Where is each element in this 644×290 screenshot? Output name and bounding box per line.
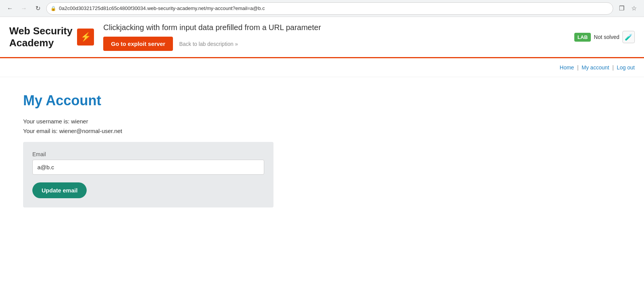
logo-line1: Web Security	[9, 25, 72, 37]
lab-status-text: Not solved	[594, 34, 619, 40]
exploit-server-button[interactable]: Go to exploit server	[103, 37, 173, 51]
lab-title: Clickjacking with form input data prefil…	[103, 23, 565, 32]
username-text: Your username is: wiener	[23, 118, 621, 125]
logo-text: Web Security Academy ⚡	[9, 25, 94, 49]
email-form-box: Email Update email	[23, 142, 273, 207]
email-text: Your email is: wiener@normal-user.net	[23, 128, 621, 134]
nav-separator-1: |	[577, 64, 579, 71]
flask-button[interactable]: 🧪	[622, 31, 635, 43]
browser-actions: ❐ ☆	[616, 3, 639, 14]
log-out-nav-link[interactable]: Log out	[617, 64, 635, 71]
header: Web Security Academy ⚡ Clickjacking with…	[0, 17, 644, 58]
nav-bar: Home | My account | Log out	[0, 58, 644, 77]
nav-separator-2: |	[612, 64, 614, 71]
lab-actions: Go to exploit server Back to lab descrip…	[103, 37, 565, 51]
page-content: Home | My account | Log out My Account Y…	[0, 58, 644, 223]
bookmark-button[interactable]: ☆	[629, 3, 639, 14]
forward-button[interactable]: →	[18, 3, 29, 14]
logo-line2: Academy	[9, 37, 72, 49]
address-bar[interactable]: 🔒 0a2c00d30321725d81c65c4800f30034.web-s…	[46, 2, 613, 15]
lab-info: Clickjacking with form input data prefil…	[103, 23, 565, 51]
lock-icon: 🔒	[50, 6, 56, 11]
logo-icon: ⚡	[77, 29, 94, 46]
back-button[interactable]: ←	[5, 3, 15, 14]
my-account-nav-link[interactable]: My account	[582, 64, 609, 71]
back-to-lab-link[interactable]: Back to lab description »	[179, 41, 238, 47]
url-text: 0a2c00d30321725d81c65c4800f30034.web-sec…	[59, 5, 265, 11]
reload-button[interactable]: ↻	[32, 3, 43, 14]
lab-status-area: LAB Not solved 🧪	[574, 31, 635, 43]
chevron-right-icon: »	[235, 41, 238, 47]
main-content: My Account Your username is: wiener Your…	[0, 77, 644, 223]
email-form-label: Email	[32, 151, 264, 157]
browser-chrome: ← → ↻ 🔒 0a2c00d30321725d81c65c4800f30034…	[0, 0, 644, 17]
logo-words: Web Security Academy	[9, 25, 72, 49]
update-email-button[interactable]: Update email	[32, 182, 87, 198]
page-title: My Account	[23, 93, 621, 109]
email-input[interactable]	[32, 160, 264, 175]
lab-badge: LAB	[574, 33, 591, 42]
share-button[interactable]: ❐	[616, 3, 627, 14]
user-info: Your username is: wiener Your email is: …	[23, 118, 621, 134]
logo-area: Web Security Academy ⚡	[9, 25, 94, 49]
home-nav-link[interactable]: Home	[560, 64, 574, 71]
